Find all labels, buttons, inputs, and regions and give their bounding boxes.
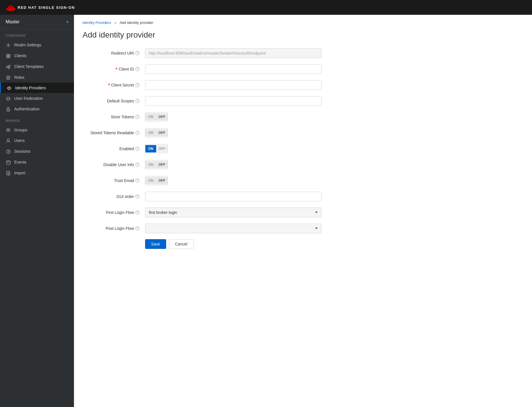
- client-secret-label: * Client Secret ?: [83, 83, 145, 87]
- redirect-uri-help-icon[interactable]: ?: [135, 51, 139, 55]
- store-tokens-toggle[interactable]: ON OFF: [145, 112, 168, 121]
- form-container: Redirect URI ? * Client ID ?: [74, 48, 330, 260]
- sidebar-item-authentication[interactable]: Authentication: [0, 104, 74, 114]
- trust-email-off: OFF: [156, 177, 168, 184]
- realm-selector[interactable]: Master ▾: [0, 15, 74, 29]
- sidebar-item-roles[interactable]: Roles: [0, 72, 74, 82]
- sidebar-item-identity-providers[interactable]: Identity Providers: [0, 82, 74, 93]
- client-id-input[interactable]: [145, 64, 321, 74]
- page-title: Add identity provider: [74, 28, 532, 48]
- events-label: Events: [14, 160, 26, 164]
- redirect-uri-input: [145, 48, 321, 58]
- sessions-label: Sessions: [14, 149, 30, 154]
- svg-rect-5: [9, 56, 10, 58]
- svg-point-12: [7, 97, 10, 99]
- post-login-flow-control: [145, 224, 321, 233]
- enabled-toggle[interactable]: ON OFF: [145, 144, 168, 153]
- first-login-flow-help-icon[interactable]: ?: [135, 210, 139, 214]
- post-login-flow-help-icon[interactable]: ?: [135, 226, 139, 230]
- redhat-icon: [6, 3, 16, 11]
- svg-point-8: [8, 67, 10, 69]
- enabled-control: ON OFF: [145, 144, 321, 153]
- post-login-flow-select[interactable]: [145, 224, 321, 233]
- gui-order-control: [145, 192, 321, 201]
- disable-user-info-help-icon[interactable]: ?: [135, 163, 139, 167]
- stored-tokens-readable-control: ON OFF: [145, 128, 321, 137]
- client-id-required: *: [116, 67, 117, 71]
- svg-rect-3: [9, 54, 10, 56]
- trust-email-help-icon[interactable]: ?: [135, 179, 139, 183]
- identity-providers-label: Identity Providers: [15, 86, 46, 90]
- gui-order-input[interactable]: [145, 192, 321, 201]
- store-tokens-on: ON: [145, 113, 156, 121]
- disable-user-info-control: ON OFF: [145, 160, 321, 169]
- realm-settings-icon: [6, 42, 11, 47]
- client-id-row: * Client ID ?: [83, 64, 321, 74]
- save-button[interactable]: Save: [145, 239, 166, 249]
- chevron-down-icon: ▾: [67, 20, 68, 24]
- first-login-flow-control: first broker login: [145, 208, 321, 217]
- stored-tokens-readable-help-icon[interactable]: ?: [135, 131, 139, 135]
- client-secret-row: * Client Secret ?: [83, 80, 321, 90]
- sidebar-item-import[interactable]: Import: [0, 168, 74, 178]
- client-secret-control: [145, 80, 321, 90]
- identity-providers-icon: [7, 85, 12, 90]
- enabled-on: ON: [145, 145, 156, 152]
- sidebar-item-client-templates[interactable]: Client Templates: [0, 61, 74, 72]
- redirect-uri-label: Redirect URI ?: [83, 51, 145, 55]
- sidebar-item-events[interactable]: Events: [0, 157, 74, 168]
- svg-rect-2: [7, 54, 8, 56]
- app-title: RED HAT SINGLE SIGN-ON: [18, 5, 75, 10]
- default-scopes-help-icon[interactable]: ?: [135, 99, 139, 103]
- first-login-flow-select[interactable]: first broker login: [145, 208, 321, 217]
- breadcrumb-separator: »: [114, 20, 116, 25]
- groups-icon: [6, 127, 11, 132]
- sidebar-item-users[interactable]: Users: [0, 135, 74, 146]
- cancel-button[interactable]: Cancel: [169, 239, 193, 249]
- svg-point-7: [9, 65, 10, 67]
- disable-user-info-row: Disable User Info ? ON OFF: [83, 160, 321, 170]
- svg-point-15: [8, 110, 9, 111]
- client-secret-input[interactable]: [145, 80, 321, 90]
- client-secret-help-icon[interactable]: ?: [135, 83, 139, 87]
- svg-rect-24: [7, 171, 9, 175]
- user-federation-icon: [6, 96, 11, 101]
- client-id-help-icon[interactable]: ?: [135, 67, 139, 71]
- gui-order-label: GUI order ?: [83, 194, 145, 199]
- breadcrumb-link-identity-providers[interactable]: Identity Providers: [83, 20, 111, 25]
- default-scopes-row: Default Scopes ?: [83, 96, 321, 106]
- sidebar-item-groups[interactable]: Groups: [0, 125, 74, 135]
- stored-tokens-readable-off: OFF: [156, 129, 168, 137]
- enabled-help-icon[interactable]: ?: [135, 147, 139, 151]
- svg-point-18: [7, 139, 9, 141]
- sidebar-item-user-federation[interactable]: User Federation: [0, 93, 74, 104]
- realm-settings-label: Realm Settings: [14, 43, 41, 47]
- trust-email-on: ON: [145, 177, 156, 184]
- svg-point-1: [8, 45, 9, 46]
- users-label: Users: [14, 138, 25, 143]
- disable-user-info-toggle[interactable]: ON OFF: [145, 160, 168, 169]
- default-scopes-control: [145, 96, 321, 106]
- roles-icon: [6, 75, 11, 80]
- client-id-control: [145, 64, 321, 74]
- topbar: RED HAT SINGLE SIGN-ON: [0, 0, 532, 15]
- store-tokens-label: Store Tokens ?: [83, 115, 145, 119]
- sidebar-item-realm-settings[interactable]: Realm Settings: [0, 40, 74, 50]
- button-row: Save Cancel: [83, 239, 321, 249]
- default-scopes-input[interactable]: [145, 96, 321, 106]
- trust-email-control: ON OFF: [145, 176, 321, 185]
- store-tokens-control: ON OFF: [145, 112, 321, 121]
- users-icon: [6, 138, 11, 143]
- gui-order-help-icon[interactable]: ?: [135, 195, 139, 199]
- stored-tokens-readable-toggle[interactable]: ON OFF: [145, 128, 168, 137]
- first-login-flow-label: First Login Flow ?: [83, 210, 145, 215]
- sidebar-item-sessions[interactable]: Sessions: [0, 146, 74, 157]
- sidebar-item-clients[interactable]: Clients: [0, 50, 74, 61]
- groups-label: Groups: [14, 128, 27, 132]
- enabled-row: Enabled ? ON OFF: [83, 144, 321, 154]
- store-tokens-help-icon[interactable]: ?: [135, 115, 139, 119]
- clients-label: Clients: [14, 53, 26, 58]
- disable-user-info-off: OFF: [156, 161, 168, 168]
- trust-email-toggle[interactable]: ON OFF: [145, 176, 168, 185]
- stored-tokens-readable-on: ON: [145, 129, 156, 137]
